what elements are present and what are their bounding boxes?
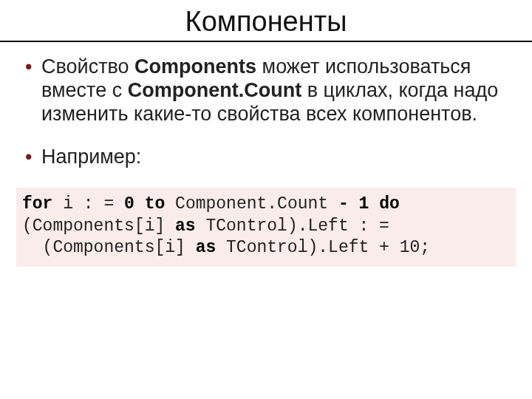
bullet-list: Свойство Components может использоваться… bbox=[22, 55, 510, 168]
bullet1-t1: Свойство bbox=[41, 55, 134, 78]
kw-as-2: as bbox=[196, 238, 216, 257]
code-l2a: (Components[i] bbox=[22, 216, 175, 236]
code-l1e: Component.Count bbox=[165, 194, 338, 214]
kw-do: do bbox=[369, 194, 399, 214]
code-l3a: (Components[i] bbox=[22, 238, 196, 257]
code-l2c: TControl).Left : = bbox=[196, 216, 389, 236]
kw-for: for bbox=[22, 194, 52, 214]
bullet1-b2: Component.Count bbox=[128, 79, 301, 101]
code-l1b: i : = bbox=[52, 194, 124, 214]
code-block: for i : = 0 to Component.Count - 1 do (C… bbox=[16, 188, 516, 266]
code-l3c: TControl).Left + 10; bbox=[216, 238, 430, 257]
num-0: 0 bbox=[124, 194, 134, 214]
kw-to: to bbox=[134, 194, 165, 214]
minus-1: - 1 bbox=[338, 194, 369, 214]
bullet-1: Свойство Components может использоваться… bbox=[24, 55, 510, 126]
kw-as-1: as bbox=[175, 216, 196, 236]
bullet1-b1: Components bbox=[134, 55, 256, 78]
slide-title: Компоненты bbox=[22, 6, 510, 38]
title-divider bbox=[0, 41, 532, 42]
bullet-2: Например: bbox=[24, 146, 510, 169]
